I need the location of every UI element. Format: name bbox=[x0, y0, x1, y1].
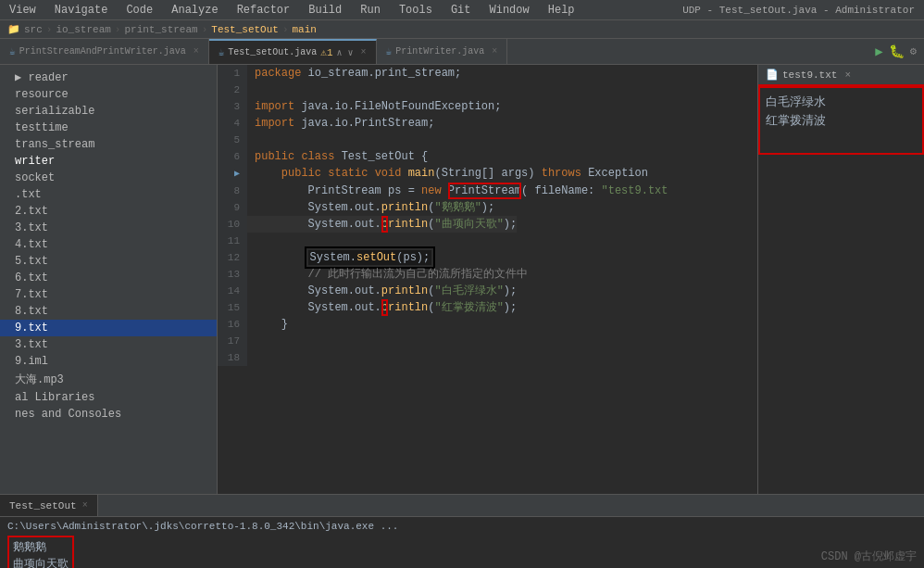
sidebar-item-6txt[interactable]: 6.txt bbox=[0, 270, 217, 286]
output-area: 鹅鹅鹅 曲项向天歌 bbox=[7, 536, 917, 568]
menu-analyze[interactable]: Analyze bbox=[168, 2, 221, 19]
sidebar-item-8txt[interactable]: 8.txt bbox=[0, 303, 217, 320]
close-tab-2[interactable]: × bbox=[361, 47, 367, 57]
tab-icon-3: ☕ bbox=[386, 45, 393, 57]
bottom-content: C:\Users\Administrator\.jdks\corretto-1.… bbox=[0, 517, 924, 568]
menu-help[interactable]: Help bbox=[544, 2, 579, 19]
code-line-5: 5 bbox=[218, 132, 757, 148]
right-tab-icon: 📄 bbox=[766, 69, 779, 81]
bc-icon: 📁 bbox=[7, 23, 20, 35]
menu-navigate[interactable]: Navigate bbox=[51, 2, 112, 19]
code-line-11: 11 bbox=[218, 233, 757, 249]
warning-badge: ⚠1 bbox=[320, 46, 332, 58]
tab-test-setout[interactable]: ☕ Test_setOut.java ⚠1 ∧ ∨ × bbox=[209, 39, 377, 64]
sidebar-item-4txt[interactable]: 4.txt bbox=[0, 236, 217, 253]
sidebar-item-3txt-b[interactable]: 3.txt bbox=[0, 336, 217, 353]
code-line-15: 15 System.out.println("红掌拨清波"); bbox=[218, 299, 757, 316]
tab-icon-1: ☕ bbox=[9, 45, 16, 57]
bc-main[interactable]: main bbox=[293, 24, 317, 35]
bottom-panel: Test_setOut × C:\Users\Administrator\.jd… bbox=[0, 494, 924, 568]
menu-window[interactable]: Window bbox=[486, 2, 533, 19]
sidebar-item-resource[interactable]: resource bbox=[0, 86, 217, 103]
sidebar-item-testtime[interactable]: testtime bbox=[0, 120, 217, 136]
menu-view[interactable]: View bbox=[6, 2, 40, 19]
tab-printwriter[interactable]: ☕ PrintWriter.java × bbox=[377, 39, 508, 64]
menu-git[interactable]: Git bbox=[447, 2, 475, 19]
close-tab-3[interactable]: × bbox=[492, 46, 497, 57]
code-line-10: 10 System.out.println("曲项向天歌"); bbox=[218, 216, 757, 233]
code-line-12: 12 System.setOut(ps); bbox=[218, 249, 757, 266]
console-output: C:\Users\Administrator\.jdks\corretto-1.… bbox=[7, 521, 917, 564]
main-wrapper: View Navigate Code Analyze Refactor Buil… bbox=[0, 0, 924, 568]
sidebar-item-9iml[interactable]: 9.iml bbox=[0, 353, 217, 370]
bc-print-stream[interactable]: print_stream bbox=[124, 24, 197, 35]
menu-refactor[interactable]: Refactor bbox=[233, 2, 294, 19]
output-line-1: 鹅鹅鹅 bbox=[13, 539, 69, 556]
right-panel-tab[interactable]: 📄 test9.txt × bbox=[758, 65, 924, 86]
bc-src[interactable]: src bbox=[24, 24, 43, 35]
sidebar-item-9txt[interactable]: 9.txt bbox=[0, 320, 217, 336]
tab-label-1: PrintStreamAndPrintWriter.java bbox=[19, 46, 186, 57]
menu-bar: View Navigate Code Analyze Refactor Buil… bbox=[0, 0, 924, 20]
sidebar-item-7txt[interactable]: 7.txt bbox=[0, 286, 217, 303]
sidebar-item-mp3[interactable]: 大海.mp3 bbox=[0, 370, 217, 389]
settings-icon[interactable]: ⚙ bbox=[910, 44, 917, 58]
right-tab-label: test9.txt bbox=[782, 69, 837, 81]
code-line-16: 16 } bbox=[218, 316, 757, 333]
sidebar-item-5txt[interactable]: 5.txt bbox=[0, 253, 217, 270]
sidebar-item-socket[interactable]: socket bbox=[0, 170, 217, 186]
sidebar-item-reader[interactable]: ▶ reader bbox=[0, 69, 217, 86]
menu-build[interactable]: Build bbox=[305, 2, 345, 19]
right-tab-close[interactable]: × bbox=[844, 69, 851, 81]
code-line-7: ▶ public static void main(String[] args)… bbox=[218, 165, 757, 183]
sidebar-item-txt[interactable]: .txt bbox=[0, 186, 217, 203]
right-line-2: 红掌拨清波 bbox=[766, 112, 917, 131]
output-box: 鹅鹅鹅 曲项向天歌 bbox=[7, 536, 74, 568]
code-line-1: 1 package io_stream.print_stream; bbox=[218, 65, 757, 82]
sidebar-item-writer[interactable]: writer bbox=[0, 153, 217, 170]
close-tab-1[interactable]: × bbox=[194, 46, 199, 57]
right-line-3 bbox=[766, 131, 917, 147]
right-panel-content: 白毛浮绿水 红掌拨清波 bbox=[758, 86, 924, 155]
menu-run[interactable]: Run bbox=[356, 2, 384, 19]
debug-icon[interactable]: 🐛 bbox=[889, 44, 905, 59]
bc-io-stream[interactable]: io_stream bbox=[56, 24, 110, 35]
code-line-17: 17 bbox=[218, 333, 757, 349]
sidebar-item-trans-stream[interactable]: trans_stream bbox=[0, 136, 217, 153]
code-line-8: 8 PrintStream ps = new PrintStream( file… bbox=[218, 183, 757, 199]
bottom-tabs: Test_setOut × bbox=[0, 495, 924, 517]
cmd-line: C:\Users\Administrator\.jdks\corretto-1.… bbox=[7, 521, 917, 532]
tab-label-2: Test_setOut.java bbox=[228, 47, 317, 57]
code-line-2: 2 bbox=[218, 82, 757, 98]
bottom-tab-test-setout[interactable]: Test_setOut × bbox=[0, 495, 98, 516]
sidebar-item-consoles[interactable]: nes and Consoles bbox=[0, 406, 217, 423]
output-line-2: 曲项向天歌 bbox=[13, 556, 69, 568]
menu-code[interactable]: Code bbox=[122, 2, 156, 19]
breadcrumb: 📁 src › io_stream › print_stream › Test_… bbox=[0, 20, 924, 39]
main-layout: ▶ reader resource serializable testtime … bbox=[0, 65, 924, 494]
tab-printstream-writer[interactable]: ☕ PrintStreamAndPrintWriter.java × bbox=[0, 39, 209, 64]
right-panel: 📄 test9.txt × 白毛浮绿水 红掌拨清波 bbox=[757, 65, 924, 494]
bottom-tab-close[interactable]: × bbox=[82, 500, 88, 511]
sidebar-item-libraries[interactable]: al Libraries bbox=[0, 389, 217, 406]
run-icon[interactable]: ▶ bbox=[875, 44, 882, 59]
code-line-9: 9 System.out.println("鹅鹅鹅"); bbox=[218, 199, 757, 216]
code-line-18: 18 bbox=[218, 349, 757, 366]
tab-icon-2: ☕ bbox=[219, 46, 225, 58]
menu-tools[interactable]: Tools bbox=[395, 2, 436, 19]
sidebar: ▶ reader resource serializable testtime … bbox=[0, 65, 218, 494]
tab-label-3: PrintWriter.java bbox=[395, 46, 484, 57]
watermark: CSDN @古倪邺虚宇 bbox=[821, 549, 917, 564]
right-line-1: 白毛浮绿水 bbox=[766, 94, 917, 112]
sidebar-item-3txt-a[interactable]: 3.txt bbox=[0, 220, 217, 236]
bottom-tab-label: Test_setOut bbox=[9, 500, 77, 511]
code-editor[interactable]: 1 package io_stream.print_stream; 2 3 im… bbox=[218, 65, 757, 494]
code-line-14: 14 System.out.println("白毛浮绿水"); bbox=[218, 283, 757, 299]
sidebar-item-serializable[interactable]: serializable bbox=[0, 103, 217, 120]
sidebar-item-2txt[interactable]: 2.txt bbox=[0, 203, 217, 220]
code-line-6: 6 public class Test_setOut { bbox=[218, 148, 757, 165]
editor-area: 1 package io_stream.print_stream; 2 3 im… bbox=[218, 65, 924, 494]
window-title: UDP - Test_setOut.java - Administrator bbox=[679, 3, 918, 18]
bc-test-setout[interactable]: Test_setOut bbox=[211, 24, 279, 35]
tab-bar: ☕ PrintStreamAndPrintWriter.java × ☕ Tes… bbox=[0, 39, 924, 65]
